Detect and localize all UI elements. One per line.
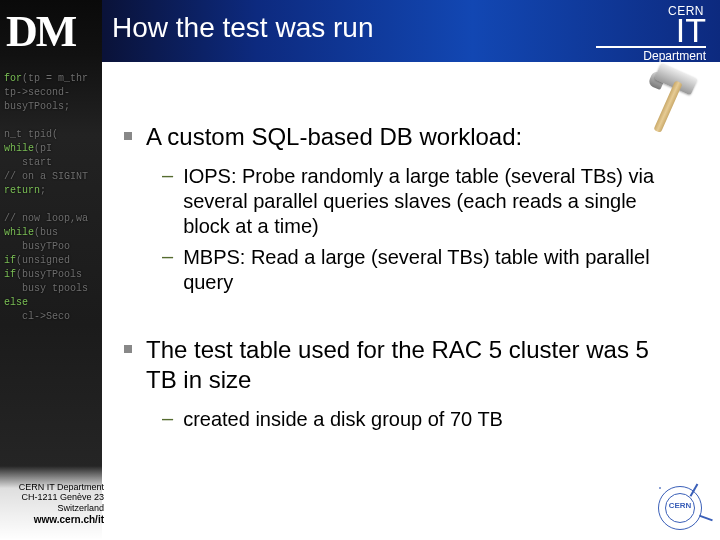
cern-it-logo: CERN IT Department [596,4,706,63]
bullet-level-2: – created inside a disk group of 70 TB [162,407,676,432]
address-line: Switzerland [4,503,104,514]
bullet-dash-icon: – [162,407,173,432]
bullet-dash-icon: – [162,164,173,239]
background-code-art: for(tp = m_thr tp->second- busyTPools; n… [4,72,88,324]
bullet-dot-icon [124,132,132,140]
org-main: IT [596,18,706,44]
sidebar-decoration: for(tp = m_thr tp->second- busyTPools; n… [0,0,102,540]
slide-title: How the test was run [112,12,373,44]
slide-content: A custom SQL-based DB workload: – IOPS: … [116,90,676,438]
footer-url: www.cern.ch/it [4,514,104,526]
bullet-text: IOPS: Probe randomly a large table (seve… [183,164,676,239]
bullet-level-2: – MBPS: Read a large (several TBs) table… [162,245,676,295]
bullet-level-2: – IOPS: Probe randomly a large table (se… [162,164,676,239]
seal-label: CERN [659,501,701,510]
address-line: CERN IT Department [4,482,104,493]
bullet-text: MBPS: Read a large (several TBs) table w… [183,245,676,295]
address-line: CH-1211 Genève 23 [4,492,104,503]
bullet-text: created inside a disk group of 70 TB [183,407,503,432]
footer-address: CERN IT Department CH-1211 Genève 23 Swi… [4,482,104,526]
bullet-text: A custom SQL-based DB workload: [146,122,522,152]
cern-seal-icon: CERN [658,486,702,530]
bullet-dot-icon [124,345,132,353]
bullet-text: The test table used for the RAC 5 cluste… [146,335,676,395]
dm-logo-text: DM [6,7,75,56]
bullet-level-1: A custom SQL-based DB workload: [116,122,676,152]
bullet-dash-icon: – [162,245,173,295]
dm-logo: DM [6,6,75,57]
bullet-level-1: The test table used for the RAC 5 cluste… [116,335,676,395]
